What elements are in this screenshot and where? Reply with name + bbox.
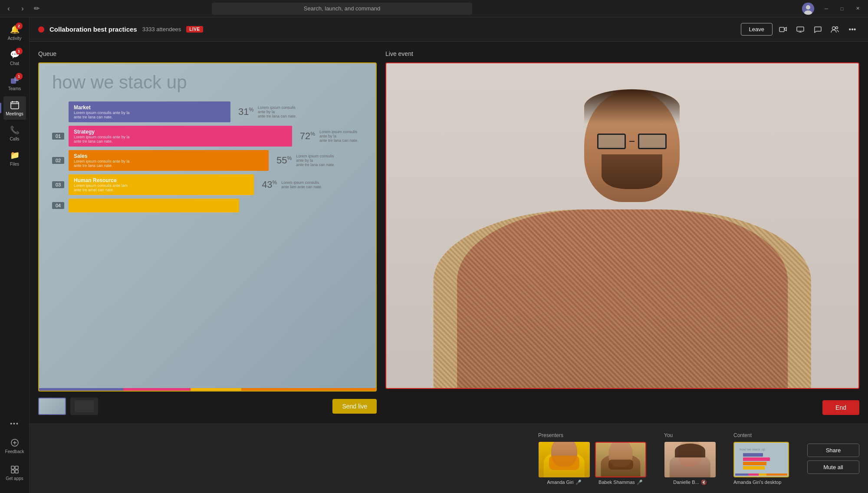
mute-all-button[interactable]: Mute all [807,460,859,474]
content-desktop: how we stack up [733,442,790,485]
content-slide-svg: how we stack up [735,444,787,476]
app-layout: 🔔 2 Activity 💬 1 Chat 1 Teams [0,17,868,493]
live-event-bottom: End [385,394,859,415]
chat-badge: 1 [16,48,23,55]
nav-controls: ‹ › ✏ [3,3,42,14]
sidebar-label-meetings: Meetings [6,111,23,116]
bar-strategy: Strategy Lorem ipsum consulis ante by la… [69,126,292,147]
attendee-count: 3333 attendees [142,26,181,33]
live-event-label: Live event [385,50,859,57]
content-label: Content [733,432,790,438]
search-bar[interactable]: Search, launch, and command [212,3,472,15]
amanda-video [539,442,590,477]
live-indicator-dot [38,26,44,33]
sidebar-item-feedback[interactable]: Feedback [3,434,26,457]
screen-share-button[interactable] [793,23,807,36]
minimize-button[interactable]: ─ [819,3,833,15]
sidebar-label-getapps: Get apps [6,476,23,481]
presentation-area: Queue how we stack up [30,42,868,424]
danielle-name: Danielle B... 🔇 [673,480,707,485]
edit-button[interactable]: ✏ [31,3,42,14]
forward-button[interactable]: › [17,3,28,14]
sidebar-item-getapps[interactable]: Get apps [3,461,26,484]
sidebar-label-files: Files [10,162,19,167]
babek-mic-icon: 🎤 [637,480,643,485]
presenters-label: Presenters [538,432,647,438]
teams-icon: 1 [10,75,20,85]
bar-hr: Human Resource Lorem ipsum consulis ante… [69,174,254,195]
svg-text:how we stack up: how we stack up [740,447,766,451]
getapps-icon [10,464,20,475]
sidebar-item-files[interactable]: 📁 Files [3,147,26,170]
slide-container: how we stack up Market Lorem ipsu [38,62,377,392]
slide-content: how we stack up Market Lorem ipsu [52,72,363,382]
chat-icon: 💬 1 [10,49,20,60]
files-icon: 📁 [10,150,20,160]
bar-row-market: Market Lorem ipsum consulis ante by la a… [52,101,363,122]
presenter-amanda: Amanda Giri 🎤 [538,442,590,485]
meeting-header: Collaboration best practices 3333 attend… [30,17,868,42]
content-section: Content how we stack up [733,432,790,485]
live-badge: LIVE [186,26,203,33]
search-text: Search, launch, and command [304,5,380,12]
danielle-mic-icon: 🔇 [701,480,707,485]
teams-badge: 1 [16,73,23,80]
amanda-mic-icon: 🎤 [575,480,582,485]
chat-button[interactable] [811,23,825,36]
sidebar-item-teams[interactable]: 1 Teams [3,71,26,95]
svg-rect-29 [748,473,759,476]
bar-row-sales: 02 Sales Lorem ipsum consulis ante by la… [52,150,363,171]
sidebar-item-chat[interactable]: 💬 1 Chat [3,46,26,69]
you-cards: Danielle B... 🔇 [664,442,716,485]
more-icon: ••• [10,418,20,429]
svg-rect-16 [779,27,784,32]
panel-actions: Share Mute all [807,444,859,474]
bar-row-04: 04 [52,199,363,212]
svg-rect-15 [15,470,18,473]
header-actions: Leave [741,23,859,36]
content-desktop-name: Amanda Giri's desktop [733,480,790,485]
participants-button[interactable] [828,23,842,36]
svg-point-1 [806,5,810,10]
live-event-section: Live event [385,50,859,415]
close-button[interactable]: ✕ [851,3,865,15]
sidebar-item-more[interactable]: ••• [3,415,26,432]
svg-rect-14 [11,470,14,473]
leave-button[interactable]: Leave [741,23,773,36]
back-button[interactable]: ‹ [3,3,14,14]
send-live-button[interactable]: Send live [332,399,377,414]
sidebar: 🔔 2 Activity 💬 1 Chat 1 Teams [0,17,30,493]
camera-button[interactable] [776,23,790,36]
svg-rect-25 [743,457,770,461]
sidebar-item-activity[interactable]: 🔔 2 Activity [3,21,26,44]
presenter-babek: Babek Shammas 🎤 [595,442,647,485]
svg-rect-30 [759,473,766,476]
sidebar-item-calls[interactable]: 📞 Calls [3,121,26,145]
bar-row-hr: 03 Human Resource Lorem ipsum consulis a… [52,174,363,195]
meetings-icon [10,100,20,110]
bar-sales: Sales Lorem ipsum consulis ante by la an… [69,150,269,171]
queue-thumb-2[interactable] [70,398,98,415]
svg-rect-24 [743,453,763,457]
slide-title: how we stack up [52,72,363,93]
content-cards: how we stack up [733,442,790,485]
more-options-button[interactable]: ••• [845,23,859,36]
user-avatar[interactable] [802,3,814,15]
activity-icon: 🔔 2 [10,24,20,35]
you-danielle: Danielle B... 🔇 [664,442,716,485]
video-placeholder [386,63,858,388]
svg-rect-5 [11,102,19,109]
sidebar-label-calls: Calls [10,137,19,141]
queue-thumb-1[interactable] [38,398,66,415]
sidebar-label-chat: Chat [10,61,19,66]
svg-rect-13 [15,466,18,469]
end-button[interactable]: End [822,400,859,415]
title-bar: ‹ › ✏ Search, launch, and command ─ □ ✕ [0,0,868,17]
meeting-title: Collaboration best practices [49,26,137,33]
share-button[interactable]: Share [807,444,859,457]
danielle-video [664,442,716,477]
queue-label: Queue [38,50,377,57]
bar-row-strategy: 01 Strategy Lorem ipsum consulis ante by… [52,126,363,147]
sidebar-item-meetings[interactable]: Meetings [3,96,26,120]
maximize-button[interactable]: □ [835,3,849,15]
